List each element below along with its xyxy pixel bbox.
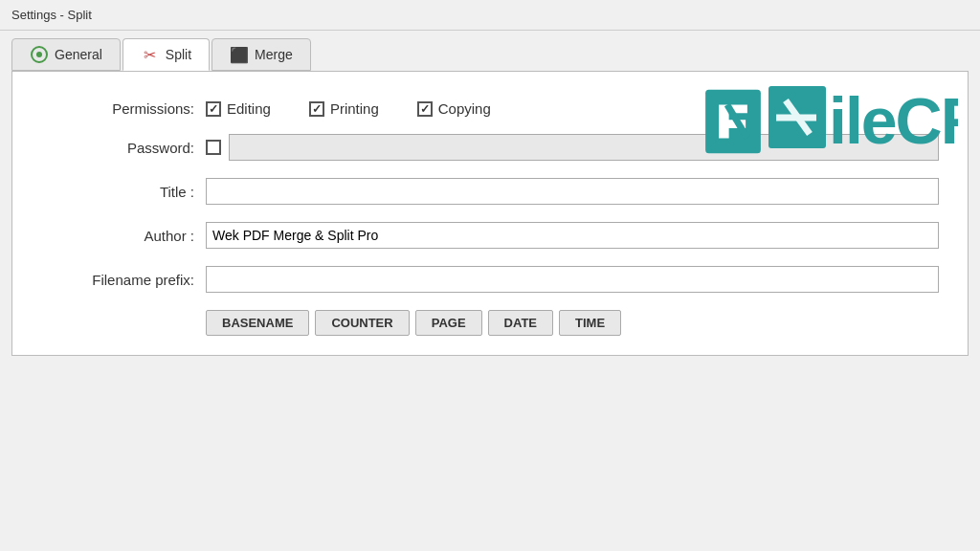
- page-button[interactable]: PAGE: [415, 310, 482, 336]
- tab-merge-label: Merge: [255, 47, 293, 62]
- permission-printing: Printing: [309, 100, 379, 117]
- permission-copying: Copying: [417, 100, 491, 117]
- logo-area: ileCR: [700, 81, 958, 161]
- date-button[interactable]: DATE: [488, 310, 553, 336]
- author-input[interactable]: [206, 222, 939, 249]
- action-buttons: BASENAME COUNTER PAGE DATE TIME: [206, 310, 939, 336]
- permissions-options: Editing Printing Copying: [206, 100, 491, 117]
- target-icon: [30, 45, 49, 64]
- tab-split-label: Split: [166, 47, 191, 62]
- counter-button[interactable]: COUNTER: [315, 310, 409, 336]
- filename-prefix-row: Filename prefix:: [41, 266, 939, 293]
- title-row: Title :: [41, 178, 939, 205]
- tab-general[interactable]: General: [11, 38, 121, 71]
- printing-checkbox[interactable]: [309, 101, 324, 117]
- logo-text: ileCR: [767, 81, 958, 161]
- tab-merge[interactable]: ⬛ Merge: [212, 38, 311, 71]
- tab-split[interactable]: ✂ Split: [122, 38, 210, 71]
- editing-label: Editing: [227, 100, 271, 117]
- scissors-icon: ✂: [141, 45, 160, 64]
- password-checkbox[interactable]: [206, 140, 221, 155]
- content-area: ileCR Permissions: Editing Printin: [11, 71, 969, 356]
- main-window: Settings - Split General ✂ Split ⬛ Merge: [0, 0, 980, 551]
- time-button[interactable]: TIME: [559, 310, 621, 336]
- tab-general-label: General: [55, 47, 102, 62]
- title-label: Title :: [41, 184, 194, 200]
- editing-checkbox[interactable]: [206, 101, 221, 117]
- filename-prefix-label: Filename prefix:: [41, 272, 194, 288]
- copying-checkbox[interactable]: [417, 101, 433, 117]
- title-bar: Settings - Split: [0, 0, 980, 31]
- logo-icon-svg: [700, 88, 767, 155]
- window-title: Settings - Split: [11, 8, 92, 22]
- filename-prefix-input[interactable]: [206, 266, 939, 293]
- tab-bar: General ✂ Split ⬛ Merge: [0, 31, 980, 71]
- svg-text:ileCR: ileCR: [829, 84, 958, 153]
- title-input[interactable]: [206, 178, 939, 205]
- author-label: Author :: [41, 228, 194, 244]
- password-label: Password:: [41, 140, 194, 156]
- general-icon-circle: [31, 46, 48, 63]
- permission-editing: Editing: [206, 100, 271, 117]
- logo-svg-text: ileCR: [767, 81, 958, 153]
- layers-icon: ⬛: [230, 45, 249, 64]
- printing-label: Printing: [330, 100, 379, 117]
- permissions-label: Permissions:: [41, 100, 194, 117]
- basename-button[interactable]: BASENAME: [206, 310, 309, 336]
- copying-label: Copying: [438, 100, 491, 117]
- logo: ileCR: [700, 81, 958, 161]
- author-row: Author :: [41, 222, 939, 249]
